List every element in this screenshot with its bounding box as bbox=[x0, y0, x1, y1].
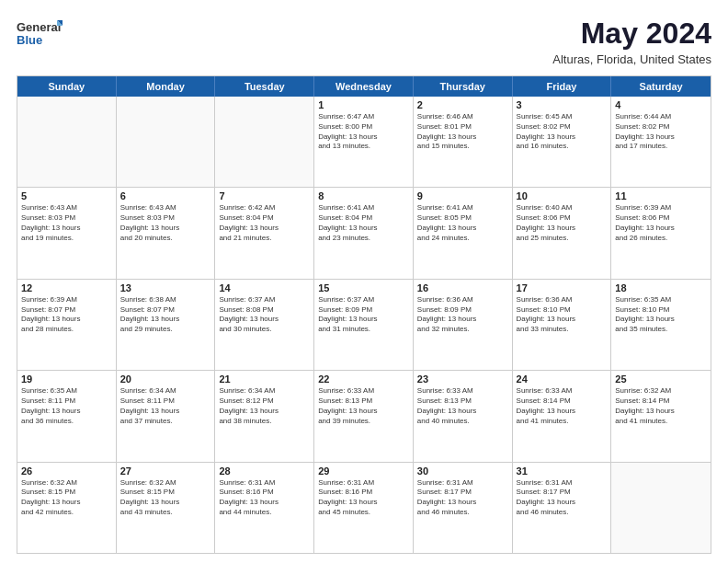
day-info-19: Sunrise: 6:35 AMSunset: 8:11 PMDaylight:… bbox=[21, 386, 112, 426]
day-info-1: Sunrise: 6:47 AMSunset: 8:00 PMDaylight:… bbox=[318, 112, 409, 152]
day-cell-21: 21Sunrise: 6:34 AMSunset: 8:12 PMDayligh… bbox=[215, 371, 314, 461]
day-cell-3: 3Sunrise: 6:45 AMSunset: 8:02 PMDaylight… bbox=[513, 97, 612, 187]
day-info-28: Sunrise: 6:31 AMSunset: 8:16 PMDaylight:… bbox=[219, 478, 310, 518]
header-day-wednesday: Wednesday bbox=[314, 76, 414, 97]
day-info-2: Sunrise: 6:46 AMSunset: 8:01 PMDaylight:… bbox=[417, 112, 508, 152]
day-number-18: 18 bbox=[615, 282, 707, 293]
header-day-sunday: Sunday bbox=[17, 76, 117, 97]
day-number-20: 20 bbox=[120, 373, 211, 385]
day-cell-26: 26Sunrise: 6:32 AMSunset: 8:15 PMDayligh… bbox=[17, 463, 117, 553]
day-cell-12: 12Sunrise: 6:39 AMSunset: 8:07 PMDayligh… bbox=[17, 280, 117, 370]
day-number-7: 7 bbox=[219, 190, 310, 201]
day-number-28: 28 bbox=[219, 465, 310, 477]
day-cell-14: 14Sunrise: 6:37 AMSunset: 8:08 PMDayligh… bbox=[215, 280, 314, 370]
day-cell-25: 25Sunrise: 6:32 AMSunset: 8:14 PMDayligh… bbox=[611, 371, 711, 461]
day-number-26: 26 bbox=[21, 465, 112, 477]
day-info-4: Sunrise: 6:44 AMSunset: 8:02 PMDaylight:… bbox=[615, 112, 707, 152]
day-cell-8: 8Sunrise: 6:41 AMSunset: 8:04 PMDaylight… bbox=[314, 188, 414, 278]
day-number-4: 4 bbox=[615, 99, 707, 110]
day-number-13: 13 bbox=[120, 282, 211, 293]
day-number-25: 25 bbox=[615, 373, 707, 385]
day-number-2: 2 bbox=[417, 99, 508, 110]
day-cell-17: 17Sunrise: 6:36 AMSunset: 8:10 PMDayligh… bbox=[513, 280, 612, 370]
day-cell-11: 11Sunrise: 6:39 AMSunset: 8:06 PMDayligh… bbox=[611, 188, 711, 278]
header-day-friday: Friday bbox=[513, 76, 612, 97]
day-number-19: 19 bbox=[21, 373, 112, 385]
empty-cell-w0-d0 bbox=[17, 97, 117, 187]
main-title: May 2024 bbox=[552, 17, 711, 51]
day-info-11: Sunrise: 6:39 AMSunset: 8:06 PMDaylight:… bbox=[615, 203, 707, 243]
day-cell-6: 6Sunrise: 6:43 AMSunset: 8:03 PMDaylight… bbox=[117, 188, 216, 278]
calendar-body: 1Sunrise: 6:47 AMSunset: 8:00 PMDaylight… bbox=[17, 97, 711, 553]
page: General Blue May 2024 Alturas, Florida, … bbox=[0, 0, 728, 563]
svg-text:General: General bbox=[17, 20, 61, 34]
day-number-29: 29 bbox=[318, 465, 409, 477]
day-number-21: 21 bbox=[219, 373, 310, 385]
week-row-3: 12Sunrise: 6:39 AMSunset: 8:07 PMDayligh… bbox=[17, 280, 711, 371]
day-info-5: Sunrise: 6:43 AMSunset: 8:03 PMDaylight:… bbox=[21, 203, 112, 243]
day-number-24: 24 bbox=[517, 373, 608, 385]
day-number-22: 22 bbox=[318, 373, 409, 385]
day-cell-9: 9Sunrise: 6:41 AMSunset: 8:05 PMDaylight… bbox=[414, 188, 513, 278]
day-cell-1: 1Sunrise: 6:47 AMSunset: 8:00 PMDaylight… bbox=[314, 97, 414, 187]
day-cell-22: 22Sunrise: 6:33 AMSunset: 8:13 PMDayligh… bbox=[314, 371, 414, 461]
day-cell-5: 5Sunrise: 6:43 AMSunset: 8:03 PMDaylight… bbox=[17, 188, 117, 278]
header-day-tuesday: Tuesday bbox=[215, 76, 314, 97]
day-info-21: Sunrise: 6:34 AMSunset: 8:12 PMDaylight:… bbox=[219, 386, 310, 426]
empty-cell-w0-d2 bbox=[215, 97, 314, 187]
header: General Blue May 2024 Alturas, Florida, … bbox=[17, 17, 711, 66]
logo-svg: General Blue bbox=[17, 17, 63, 52]
week-row-4: 19Sunrise: 6:35 AMSunset: 8:11 PMDayligh… bbox=[17, 371, 711, 462]
day-cell-20: 20Sunrise: 6:34 AMSunset: 8:11 PMDayligh… bbox=[117, 371, 216, 461]
day-number-16: 16 bbox=[417, 282, 508, 293]
day-info-18: Sunrise: 6:35 AMSunset: 8:10 PMDaylight:… bbox=[615, 295, 707, 335]
day-number-10: 10 bbox=[517, 190, 608, 201]
day-number-5: 5 bbox=[21, 190, 112, 201]
day-info-23: Sunrise: 6:33 AMSunset: 8:13 PMDaylight:… bbox=[417, 386, 508, 426]
day-info-29: Sunrise: 6:31 AMSunset: 8:16 PMDaylight:… bbox=[318, 478, 409, 518]
header-day-thursday: Thursday bbox=[414, 76, 513, 97]
day-info-6: Sunrise: 6:43 AMSunset: 8:03 PMDaylight:… bbox=[120, 203, 211, 243]
calendar: SundayMondayTuesdayWednesdayThursdayFrid… bbox=[17, 75, 711, 554]
day-cell-19: 19Sunrise: 6:35 AMSunset: 8:11 PMDayligh… bbox=[17, 371, 117, 461]
day-number-3: 3 bbox=[517, 99, 608, 110]
day-cell-4: 4Sunrise: 6:44 AMSunset: 8:02 PMDaylight… bbox=[611, 97, 711, 187]
day-number-23: 23 bbox=[417, 373, 508, 385]
header-day-saturday: Saturday bbox=[611, 76, 711, 97]
day-cell-15: 15Sunrise: 6:37 AMSunset: 8:09 PMDayligh… bbox=[314, 280, 414, 370]
day-info-8: Sunrise: 6:41 AMSunset: 8:04 PMDaylight:… bbox=[318, 203, 409, 243]
empty-cell-w0-d1 bbox=[117, 97, 216, 187]
day-number-27: 27 bbox=[120, 465, 211, 477]
day-number-11: 11 bbox=[615, 190, 707, 201]
day-cell-2: 2Sunrise: 6:46 AMSunset: 8:01 PMDaylight… bbox=[414, 97, 513, 187]
svg-text:Blue: Blue bbox=[17, 33, 42, 47]
day-info-26: Sunrise: 6:32 AMSunset: 8:15 PMDaylight:… bbox=[21, 478, 112, 518]
day-info-3: Sunrise: 6:45 AMSunset: 8:02 PMDaylight:… bbox=[517, 112, 608, 152]
day-number-6: 6 bbox=[120, 190, 211, 201]
week-row-2: 5Sunrise: 6:43 AMSunset: 8:03 PMDaylight… bbox=[17, 188, 711, 279]
week-row-1: 1Sunrise: 6:47 AMSunset: 8:00 PMDaylight… bbox=[17, 97, 711, 188]
day-info-15: Sunrise: 6:37 AMSunset: 8:09 PMDaylight:… bbox=[318, 295, 409, 335]
day-info-12: Sunrise: 6:39 AMSunset: 8:07 PMDaylight:… bbox=[21, 295, 112, 335]
day-info-14: Sunrise: 6:37 AMSunset: 8:08 PMDaylight:… bbox=[219, 295, 310, 335]
day-cell-7: 7Sunrise: 6:42 AMSunset: 8:04 PMDaylight… bbox=[215, 188, 314, 278]
day-cell-27: 27Sunrise: 6:32 AMSunset: 8:15 PMDayligh… bbox=[117, 463, 216, 553]
day-cell-13: 13Sunrise: 6:38 AMSunset: 8:07 PMDayligh… bbox=[117, 280, 216, 370]
day-cell-23: 23Sunrise: 6:33 AMSunset: 8:13 PMDayligh… bbox=[414, 371, 513, 461]
day-info-31: Sunrise: 6:31 AMSunset: 8:17 PMDaylight:… bbox=[517, 478, 608, 518]
day-number-31: 31 bbox=[517, 465, 608, 477]
title-block: May 2024 Alturas, Florida, United States bbox=[552, 17, 711, 66]
calendar-header: SundayMondayTuesdayWednesdayThursdayFrid… bbox=[17, 76, 711, 97]
day-info-22: Sunrise: 6:33 AMSunset: 8:13 PMDaylight:… bbox=[318, 386, 409, 426]
day-cell-10: 10Sunrise: 6:40 AMSunset: 8:06 PMDayligh… bbox=[513, 188, 612, 278]
day-info-24: Sunrise: 6:33 AMSunset: 8:14 PMDaylight:… bbox=[517, 386, 608, 426]
logo: General Blue bbox=[17, 17, 63, 52]
header-day-monday: Monday bbox=[117, 76, 216, 97]
day-info-13: Sunrise: 6:38 AMSunset: 8:07 PMDaylight:… bbox=[120, 295, 211, 335]
day-cell-18: 18Sunrise: 6:35 AMSunset: 8:10 PMDayligh… bbox=[611, 280, 711, 370]
day-number-30: 30 bbox=[417, 465, 508, 477]
empty-cell-w4-d6 bbox=[611, 463, 711, 553]
day-cell-30: 30Sunrise: 6:31 AMSunset: 8:17 PMDayligh… bbox=[414, 463, 513, 553]
subtitle: Alturas, Florida, United States bbox=[552, 52, 711, 66]
day-number-1: 1 bbox=[318, 99, 409, 110]
